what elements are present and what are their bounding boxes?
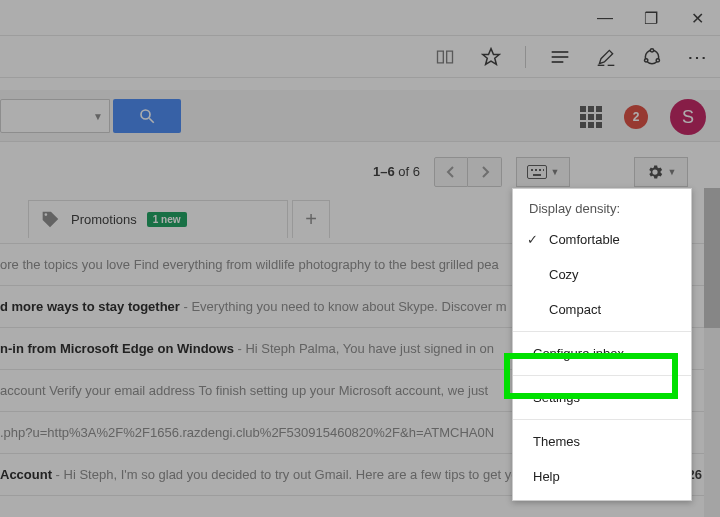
tab-promotions[interactable]: Promotions 1 new — [28, 200, 288, 238]
window-titlebar: — ❐ ✕ — [0, 0, 720, 36]
gmail-toolbar: ▼ 2 S — [0, 90, 720, 142]
pager-next-button[interactable] — [468, 157, 502, 187]
menu-item-themes[interactable]: Themes — [513, 424, 691, 459]
svg-line-11 — [149, 118, 154, 123]
menu-section-header: Display density: — [513, 195, 691, 222]
reading-view-icon[interactable] — [433, 45, 457, 69]
input-tools-button[interactable]: ▼ — [516, 157, 570, 187]
caret-down-icon: ▼ — [668, 167, 677, 177]
menu-separator — [513, 331, 691, 332]
scrollbar-thumb[interactable] — [704, 188, 720, 328]
svg-point-10 — [141, 110, 150, 119]
toolbar-separator — [525, 46, 526, 68]
notifications-badge[interactable]: 2 — [624, 105, 648, 129]
window-close-button[interactable]: ✕ — [674, 0, 720, 36]
share-icon[interactable] — [640, 45, 664, 69]
browser-toolbar: ⋯ — [0, 36, 720, 78]
window-minimize-button[interactable]: — — [582, 0, 628, 36]
menu-item-help[interactable]: Help — [513, 459, 691, 494]
menu-item-settings[interactable]: Settings — [513, 380, 691, 415]
settings-gear-button[interactable]: ▼ — [634, 157, 688, 187]
menu-density-cozy[interactable]: Cozy — [513, 257, 691, 292]
menu-density-comfortable[interactable]: Comfortable — [513, 222, 691, 257]
svg-point-7 — [650, 48, 653, 51]
menu-density-compact[interactable]: Compact — [513, 292, 691, 327]
pager-count: 1–6 of 6 — [373, 164, 420, 179]
hub-icon[interactable] — [548, 45, 572, 69]
svg-point-8 — [645, 58, 648, 61]
settings-menu: Display density:ComfortableCozyCompactCo… — [512, 188, 692, 501]
google-apps-icon[interactable] — [580, 106, 602, 128]
caret-down-icon: ▼ — [551, 167, 560, 177]
tab-add-button[interactable]: + — [292, 200, 330, 238]
tab-promotions-label: Promotions — [71, 212, 137, 227]
search-dropdown[interactable]: ▼ — [0, 99, 110, 133]
search-button[interactable] — [113, 99, 181, 133]
more-icon[interactable]: ⋯ — [686, 45, 710, 69]
gear-icon — [646, 163, 664, 181]
window-maximize-button[interactable]: ❐ — [628, 0, 674, 36]
caret-down-icon: ▼ — [93, 111, 103, 122]
tag-icon — [39, 209, 61, 231]
keyboard-icon — [527, 165, 547, 179]
account-avatar[interactable]: S — [670, 99, 706, 135]
new-count-badge: 1 new — [147, 212, 187, 227]
pager-prev-button[interactable] — [434, 157, 468, 187]
web-note-icon[interactable] — [594, 45, 618, 69]
menu-separator — [513, 375, 691, 376]
menu-separator — [513, 419, 691, 420]
svg-marker-0 — [483, 48, 500, 64]
favorite-star-icon[interactable] — [479, 45, 503, 69]
menu-item-configure-inbox[interactable]: Configure inbox — [513, 336, 691, 371]
svg-point-9 — [656, 58, 659, 61]
